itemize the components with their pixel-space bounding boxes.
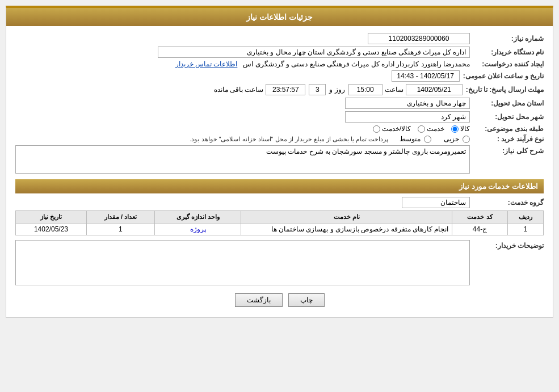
mohlat-row: مهلت ارسال پاسخ: تا تاریخ: 1402/05/21 سا… (15, 84, 544, 95)
sharh-koli-value: تعمیرومرمت باروی چالشتر و مسجد سورشجان ب… (15, 145, 470, 174)
services-table-body: 1 ج-44 انجام کارهای متفرقه درخصوص بازساز… (16, 224, 544, 235)
mohlat-date: 1402/05/21 (406, 84, 463, 95)
nam-dastgah-row: نام دستگاه خریدار: اداره کل میراث فرهنگی… (15, 47, 544, 58)
saat-label: ساعت (385, 86, 404, 94)
sharh-koli-label: شرح کلی نیاز: (470, 145, 544, 155)
shahr-row: شهر محل تحویل: شهر کرد (15, 111, 544, 123)
page-wrapper: جزئیات اطلاعات نیاز شماره نیاز: 11020032… (0, 0, 559, 392)
table-row: 1 ج-44 انجام کارهای متفرقه درخصوص بازساز… (16, 224, 544, 235)
noe-farayand-note: پرداخت تمام یا بخشی از مبلغ خریدار از مح… (190, 136, 388, 143)
tabaqe-kala-option[interactable]: کالا (451, 125, 470, 133)
noe-farayand-row: نوع فرآیند خرید : جزیی متوسط پرداخت تمام… (15, 135, 544, 143)
button-row: چاپ بازگشت (15, 288, 544, 310)
col-nam: نام خدمت (241, 211, 452, 224)
grohe-khedmat-value: ساختمان (402, 197, 470, 208)
tarikh-value: 1402/05/17 - 14:43 (392, 70, 460, 82)
row-radif: 1 (507, 224, 543, 235)
ostan-row: استان محل تحویل: چهار محال و بختیاری (15, 98, 544, 109)
tabaqe-row: طبقه بندی موضوعی: کالا/خدمت خدمت کالا (15, 125, 544, 133)
services-table-header-row: ردیف کد خدمت نام خدمت واحد اندازه گیری ت… (16, 211, 544, 224)
row-tarikh: 1402/05/23 (16, 224, 87, 235)
mohlat-rooz: 3 (309, 84, 326, 95)
card-body: شماره نیاز: 1102003289000060 نام دستگاه … (6, 26, 553, 317)
shomare-niaz-value: 1102003289000060 (368, 33, 470, 44)
ostan-label: استان محل تحویل: (470, 99, 544, 107)
row-tedad: 1 (86, 224, 154, 235)
services-table-head: ردیف کد خدمت نام خدمت واحد اندازه گیری ت… (16, 211, 544, 224)
rooz-label: روز و (329, 86, 344, 94)
tabaqe-khedmat-label: خدمت (427, 125, 444, 133)
shomare-niaz-row: شماره نیاز: 1102003289000060 (15, 33, 544, 44)
shahr-value: شهر کرد (345, 111, 470, 123)
nam-dastgah-value: اداره کل میراث فرهنگی صنایع دستی و گردشگ… (158, 47, 470, 58)
tabaqe-kala-label: کالا (460, 125, 470, 133)
sharh-koli-row: شرح کلی نیاز: تعمیرومرمت باروی چالشتر و … (15, 145, 544, 174)
grohe-khedmat-label: گروه خدمت: (470, 199, 544, 206)
tabaqe-kala-khedmat-radio[interactable] (373, 125, 380, 133)
tosih-textarea[interactable] (15, 240, 470, 285)
noe-jozyi-label: جزیی (444, 135, 459, 143)
noe-farayand-radio-group: جزیی متوسط (394, 135, 470, 143)
row-kod: ج-44 (452, 224, 508, 235)
sharh-koli-container: تعمیرومرمت باروی چالشتر و مسجد سورشجان ب… (15, 145, 470, 174)
noe-motavasset-label: متوسط (400, 135, 421, 143)
services-table: ردیف کد خدمت نام خدمت واحد اندازه گیری ت… (15, 210, 544, 235)
eijad-konande-value: محمدرضا راهنورد کاربردار اداره کل میراث … (243, 60, 470, 68)
baqi-mande-label: ساعت باقی مانده (214, 86, 264, 94)
khadamat-section-title: اطلاعات خدمات مورد نیاز (15, 179, 544, 193)
tabaqe-label: طبقه بندی موضوعی: (470, 125, 544, 133)
nam-dastgah-label: نام دستگاه خریدار: (470, 48, 544, 56)
mohlat-saat: 15:00 (348, 84, 383, 95)
tosih-row: توضیحات خریدار: (15, 240, 544, 285)
tabaqe-khedmat-radio[interactable] (418, 125, 425, 133)
noe-motavasset-option[interactable]: متوسط (400, 135, 431, 143)
grohe-row: گروه خدمت: ساختمان (15, 197, 544, 208)
col-tarikh: تاریخ نیاز (16, 211, 87, 224)
tabaqe-kala-khedmat-option[interactable]: کالا/خدمت (373, 125, 411, 133)
col-kod: کد خدمت (452, 211, 508, 224)
main-card: جزئیات اطلاعات نیاز شماره نیاز: 11020032… (6, 6, 553, 318)
page-title: جزئیات اطلاعات نیاز (6, 8, 553, 26)
mohlat-baqi: 23:57:57 (266, 84, 305, 95)
row-vahed: پروژه (154, 224, 241, 235)
tarikh-label: تاریخ و ساعت اعلان عمومی: (460, 72, 544, 80)
eijad-konande-link[interactable]: اطلاعات تماس خریدار (175, 60, 238, 68)
mohlat-label: مهلت ارسال پاسخ: تا تاریخ: (463, 86, 544, 94)
eijad-konande-label: ایجاد کننده درخواست: (470, 60, 544, 68)
col-tedad: تعداد / مقدار (86, 211, 154, 224)
noe-farayand-label: نوع فرآیند خرید : (470, 135, 544, 143)
back-button[interactable]: بازگشت (235, 293, 283, 307)
tabaqe-khedmat-option[interactable]: خدمت (418, 125, 444, 133)
noe-jozyi-option[interactable]: جزیی (444, 135, 470, 143)
row-nam: انجام کارهای متفرقه درخصوص بازسازی و بهس… (241, 224, 452, 235)
col-vahed: واحد اندازه گیری (154, 211, 241, 224)
shomare-niaz-label: شماره نیاز: (470, 35, 544, 43)
col-radif: ردیف (507, 211, 543, 224)
print-button[interactable]: چاپ (288, 293, 325, 307)
ostan-value: چهار محال و بختیاری (345, 98, 470, 109)
shahr-label: شهر محل تحویل: (470, 113, 544, 121)
tarikh-row: تاریخ و ساعت اعلان عمومی: 1402/05/17 - 1… (15, 70, 544, 82)
tabaqe-kala-khedmat-label: کالا/خدمت (382, 125, 411, 133)
noe-motavasset-radio[interactable] (424, 136, 431, 143)
noe-jozyi-radio[interactable] (463, 136, 470, 143)
tosih-label: توضیحات خریدار: (470, 240, 544, 250)
tabaqe-kala-radio[interactable] (451, 125, 459, 133)
eijad-konande-row: ایجاد کننده درخواست: محمدرضا راهنورد کار… (15, 60, 544, 68)
tabaqe-radio-group: کالا/خدمت خدمت کالا (373, 125, 470, 133)
